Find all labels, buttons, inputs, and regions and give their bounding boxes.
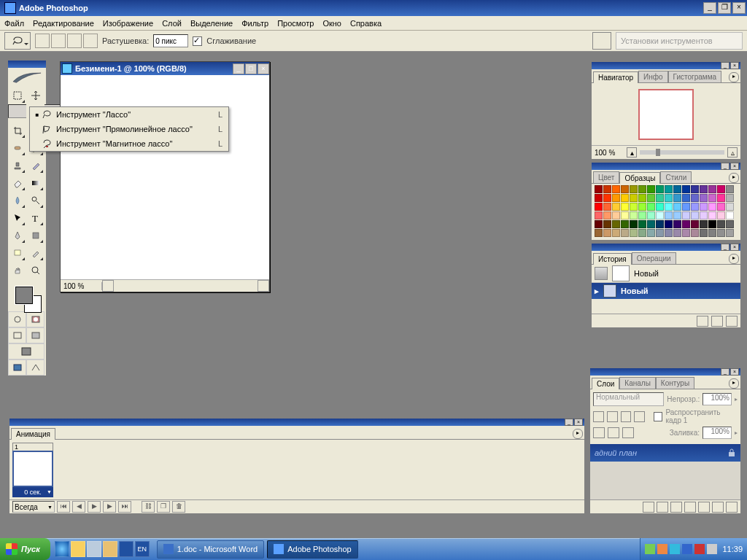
swatch[interactable]	[717, 229, 725, 237]
start-button[interactable]: Пуск	[0, 538, 50, 560]
tool-move[interactable]	[26, 87, 44, 104]
ql-save-icon[interactable]	[119, 541, 133, 557]
delete-frame-button[interactable]: 🗑	[172, 501, 185, 513]
panel-menu-icon[interactable]: ▸	[729, 378, 739, 389]
minimize-button[interactable]: _	[703, 2, 716, 14]
tool-notes[interactable]	[8, 244, 26, 262]
document-titlebar[interactable]: Безимени-1 @ 100% (RGB/8) _ □ ×	[61, 62, 269, 75]
swatch[interactable]	[612, 185, 620, 193]
swatch[interactable]	[647, 211, 655, 219]
swatch[interactable]	[708, 229, 716, 237]
swatch[interactable]	[603, 185, 611, 193]
swatch[interactable]	[630, 220, 638, 228]
swatch[interactable]	[700, 203, 708, 211]
tool-eraser[interactable]	[8, 174, 26, 192]
ql-mail-icon[interactable]	[71, 541, 85, 557]
swatch[interactable]	[717, 211, 725, 219]
swatch[interactable]	[595, 203, 603, 211]
feather-input[interactable]	[153, 34, 188, 47]
swatch[interactable]	[700, 229, 708, 237]
lock-position-icon[interactable]	[621, 411, 632, 422]
menu-window[interactable]: Окно	[322, 19, 341, 28]
swatch[interactable]	[726, 229, 734, 237]
swatch[interactable]	[708, 220, 716, 228]
swatch[interactable]	[595, 229, 603, 237]
swatch[interactable]	[717, 203, 725, 211]
first-frame-button[interactable]: ⏮	[57, 501, 70, 513]
menu-select[interactable]: Выделение	[190, 19, 233, 28]
close-button[interactable]: ×	[732, 2, 746, 14]
swatch[interactable]	[630, 194, 638, 202]
swatch[interactable]	[630, 185, 638, 193]
tab-styles[interactable]: Стили	[660, 171, 692, 183]
blend-mode-select[interactable]: Нормальный	[593, 392, 664, 406]
last-frame-button[interactable]: ⏭	[118, 501, 131, 513]
unify-position-icon[interactable]	[593, 427, 605, 438]
swatch[interactable]	[621, 229, 629, 237]
swatch[interactable]	[673, 220, 681, 228]
doc-close-button[interactable]: ×	[258, 63, 269, 74]
swatch[interactable]	[638, 185, 646, 193]
lock-pixels-icon[interactable]	[607, 411, 618, 422]
flyout-poly-lasso[interactable]: Инструмент "Прямолинейное лассо" L	[30, 122, 228, 136]
zoom-readout[interactable]: 100 %	[61, 282, 102, 290]
swatch[interactable]	[612, 194, 620, 202]
quickmask-on[interactable]	[26, 311, 44, 327]
swatch[interactable]	[621, 220, 629, 228]
selection-new[interactable]	[35, 34, 50, 48]
swatch[interactable]	[630, 229, 638, 237]
swatch[interactable]	[595, 185, 603, 193]
tray-icon[interactable]	[682, 544, 692, 554]
taskbar-word[interactable]: 1.doc - Microsoft Word	[157, 540, 264, 559]
ql-lang-icon[interactable]: EN	[135, 541, 150, 557]
menu-filter[interactable]: Фильтр	[241, 19, 268, 28]
swatch[interactable]	[647, 220, 655, 228]
swatch[interactable]	[621, 211, 629, 219]
layer-mask-icon[interactable]	[670, 502, 682, 513]
swatch[interactable]	[603, 220, 611, 228]
swatch[interactable]	[638, 194, 646, 202]
swatch[interactable]	[603, 194, 611, 202]
menu-view[interactable]: Просмотр	[277, 19, 314, 28]
swatch[interactable]	[708, 185, 716, 193]
swatch[interactable]	[656, 220, 664, 228]
swatch[interactable]	[612, 229, 620, 237]
swatch[interactable]	[682, 211, 690, 219]
swatch[interactable]	[638, 211, 646, 219]
tab-actions[interactable]: Операции	[632, 252, 676, 264]
tab-animation[interactable]: Анимация	[11, 428, 55, 440]
unify-visibility-icon[interactable]	[608, 427, 619, 438]
navigator-thumbnail[interactable]	[638, 89, 694, 140]
tool-history-brush[interactable]	[26, 157, 44, 174]
swatch[interactable]	[665, 194, 673, 202]
swatch[interactable]	[665, 211, 673, 219]
tray-icon[interactable]	[694, 544, 705, 554]
tab-histogram[interactable]: Гистограмма	[668, 71, 722, 82]
panel-menu-icon[interactable]: ▸	[729, 173, 739, 183]
delete-state-icon[interactable]	[726, 316, 738, 327]
lock-transparent-icon[interactable]	[593, 411, 604, 422]
panel-menu-icon[interactable]: ▸	[729, 72, 739, 82]
tool-path-select[interactable]	[8, 209, 26, 227]
doc-maximize-button[interactable]: □	[245, 63, 257, 74]
tray-icon[interactable]	[657, 544, 667, 554]
swatch[interactable]	[726, 211, 734, 219]
swatch[interactable]	[726, 185, 734, 193]
new-layer-icon[interactable]	[712, 502, 724, 513]
lock-all-icon[interactable]	[634, 411, 645, 422]
swatch[interactable]	[700, 211, 708, 219]
tray-icon[interactable]	[645, 544, 655, 554]
panel-header[interactable]: _×	[592, 244, 740, 251]
delete-layer-icon[interactable]	[726, 502, 738, 513]
zoom-out-icon[interactable]: ▴	[627, 147, 637, 158]
color-swatch-picker[interactable]	[8, 282, 46, 311]
tool-gradient[interactable]	[26, 174, 44, 192]
adjustment-layer-icon[interactable]	[684, 502, 696, 513]
swatch[interactable]	[682, 220, 690, 228]
tab-swatches[interactable]: Образцы	[619, 172, 660, 184]
scroll-left-icon[interactable]	[102, 280, 114, 292]
screenmode-standard[interactable]	[8, 327, 26, 343]
flyout-magnetic-lasso[interactable]: Инструмент "Магнитное лассо" L	[30, 136, 228, 151]
tool-zoom[interactable]	[26, 262, 44, 279]
swatch[interactable]	[691, 203, 699, 211]
